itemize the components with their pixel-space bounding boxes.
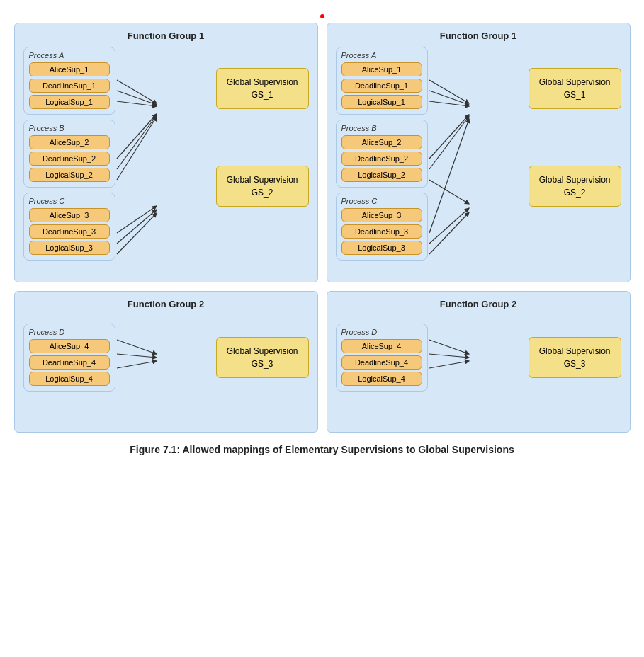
sup-box: DeadlineSup_2 [341,152,422,166]
proc-col-bl: Process D AliceSup_4 DeadlineSup_4 Logic… [23,324,115,392]
gs-box-1-tr: Global SupervisionGS_1 [529,68,621,109]
sup-box: AliceSup_2 [29,135,110,149]
diagram-top-left: Function Group 1 Process A AliceSup_1 De… [14,23,318,282]
arrows-svg-tr [428,47,529,273]
gs-col-tl: Global SupervisionGS_1 Global Supervisio… [216,68,309,207]
svg-line-2 [117,101,157,106]
sup-box: AliceSup_4 [341,339,422,353]
process-label-B-tr: Process B [341,124,422,132]
sup-box: AliceSup_3 [29,208,110,222]
sup-box: DeadlineSup_2 [29,152,110,166]
svg-line-10 [429,91,469,105]
gs-col-br: Global SupervisionGS_3 [529,337,621,378]
process-group-A-tr: Process A AliceSup_1 DeadlineSup_1 Logic… [336,47,428,115]
svg-line-3 [117,114,157,159]
process-label-D-br: Process D [341,328,422,336]
gs-col-tr: Global SupervisionGS_1 Global Supervisio… [529,68,621,207]
sup-box: LogicalSup_3 [29,241,110,255]
svg-line-13 [429,116,469,169]
sup-box: LogicalSup_1 [341,95,422,109]
sup-box: LogicalSup_4 [29,372,110,386]
process-label-B: Process B [29,124,110,132]
process-group-D-bl: Process D AliceSup_4 DeadlineSup_4 Logic… [23,324,115,392]
gs-box-1: Global SupervisionGS_1 [216,68,309,109]
sup-box: DeadlineSup_4 [29,355,110,370]
process-group-C-tr: Process C AliceSup_3 DeadlineSup_3 Logic… [336,193,428,261]
process-label-C-tr: Process C [341,197,422,205]
sup-box: AliceSup_1 [29,62,110,76]
figure-caption: Figure 7.1: Allowed mappings of Elementa… [14,444,631,455]
svg-line-21 [429,340,469,354]
svg-line-5 [117,117,157,180]
process-group-C: Process C AliceSup_3 DeadlineSup_3 Logic… [23,193,115,261]
sup-box: DeadlineSup_3 [29,224,110,239]
sup-box: AliceSup_3 [341,208,422,222]
proc-col-br: Process D AliceSup_4 DeadlineSup_4 Logic… [336,324,428,392]
sup-box: DeadlineSup_1 [29,79,110,93]
proc-col-tr: Process A AliceSup_1 DeadlineSup_1 Logic… [336,47,428,261]
process-group-B-tr: Process B AliceSup_2 DeadlineSup_2 Logic… [336,120,428,188]
sup-box: DeadlineSup_1 [341,79,422,93]
process-label-C: Process C [29,197,110,205]
process-label-A-tr: Process A [341,51,422,59]
process-label-D-bl: Process D [29,328,110,336]
diagram-top-right: Function Group 1 Process A AliceSup_1 De… [327,23,631,282]
arrows-svg-tl [115,47,216,273]
diagrams-grid: Function Group 1 Process A AliceSup_1 De… [14,23,631,433]
main-container: Function Group 1 Process A AliceSup_1 De… [14,14,631,455]
sup-box: AliceSup_2 [341,135,422,149]
svg-line-14 [429,180,469,204]
process-label-A: Process A [29,51,110,59]
sup-box: AliceSup_4 [29,339,110,353]
proc-col-tl: Process A AliceSup_1 DeadlineSup_1 Logic… [23,47,115,261]
process-group-A: Process A AliceSup_1 DeadlineSup_1 Logic… [23,47,115,115]
svg-line-19 [117,354,157,358]
gs-box-3-br: Global SupervisionGS_3 [529,337,621,378]
svg-line-7 [117,210,157,244]
svg-line-4 [117,115,157,169]
sup-box: DeadlineSup_3 [341,224,422,239]
svg-line-11 [429,101,469,106]
svg-line-9 [429,80,469,103]
diagram-bottom-right-title: Function Group 2 [336,299,621,309]
gs-box-2-tr: Global SupervisionGS_2 [529,166,621,207]
svg-line-16 [429,208,469,244]
diagram-top-right-title: Function Group 1 [336,30,621,41]
arrows-svg-bl [115,315,216,400]
sup-box: DeadlineSup_4 [341,355,422,370]
sup-box: LogicalSup_1 [29,95,110,109]
red-dot-decoration [320,14,324,18]
diagram-bottom-left-title: Function Group 2 [23,299,309,309]
diagram-bottom-right: Function Group 2 Process D AliceSup_4 De… [327,291,631,433]
svg-line-18 [117,340,157,354]
svg-line-1 [117,91,157,105]
svg-line-20 [117,361,157,368]
gs-col-bl: Global SupervisionGS_3 [216,337,309,378]
gs-box-2: Global SupervisionGS_2 [216,166,309,207]
svg-line-22 [429,354,469,358]
svg-line-23 [429,361,469,368]
sup-box: LogicalSup_2 [341,168,422,182]
sup-box: LogicalSup_3 [341,241,422,255]
svg-line-0 [117,80,157,103]
sup-box: LogicalSup_2 [29,168,110,182]
svg-line-17 [429,212,469,254]
arrows-svg-br [428,315,529,400]
gs-box-3-bl: Global SupervisionGS_3 [216,337,309,378]
sup-box: LogicalSup_4 [341,372,422,386]
diagram-bottom-left: Function Group 2 Process D AliceSup_4 De… [14,291,318,433]
process-group-D-br: Process D AliceSup_4 DeadlineSup_4 Logic… [336,324,428,392]
process-group-B: Process B AliceSup_2 DeadlineSup_2 Logic… [23,120,115,188]
diagram-top-left-title: Function Group 1 [23,30,309,41]
sup-box: AliceSup_1 [341,62,422,76]
